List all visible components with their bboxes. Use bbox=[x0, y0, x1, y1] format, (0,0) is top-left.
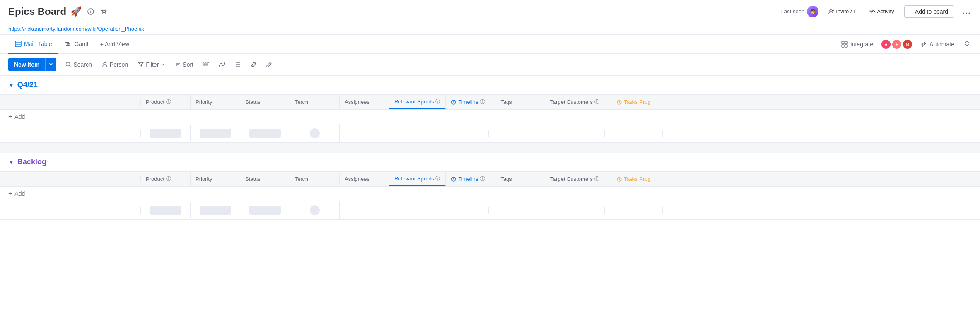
backlog-skeleton-target-customers-cell bbox=[538, 207, 605, 214]
tab-gantt[interactable]: Gantt bbox=[58, 35, 95, 54]
q4-21-rows: + Add bbox=[0, 110, 980, 143]
skeleton-status-cell bbox=[240, 125, 290, 141]
add-to-board-label: + Add to board bbox=[910, 8, 948, 15]
group-q4-21-header: ▼ Q4/21 bbox=[0, 76, 980, 94]
col-tags-header: Tags bbox=[495, 96, 545, 108]
backlog-rows: + Add bbox=[0, 187, 980, 220]
col-tasks-prog-label: Tasks Prog bbox=[624, 99, 650, 105]
last-seen-section: Last seen 👩 bbox=[781, 6, 818, 17]
new-item-btn-group: New Item bbox=[8, 58, 56, 71]
svg-point-6 bbox=[969, 13, 970, 14]
skeleton-assignees-cell bbox=[340, 130, 389, 137]
edit-button[interactable] bbox=[262, 59, 276, 70]
integrate-button[interactable]: Integrate bbox=[838, 39, 876, 49]
svg-point-2 bbox=[90, 10, 91, 10]
link-button[interactable] bbox=[215, 59, 229, 70]
backlog-timeline-icon bbox=[451, 176, 456, 182]
filter-label: Filter bbox=[146, 61, 159, 68]
star-button[interactable] bbox=[99, 7, 109, 17]
header-right: Last seen 👩 Invite / 1 Activity + Add to… bbox=[781, 5, 972, 18]
sort-label: Sort bbox=[183, 61, 193, 68]
plugin-icon-3: M bbox=[903, 40, 912, 49]
backlog-skeleton-name-cell bbox=[0, 207, 141, 214]
backlog-col-tags-label: Tags bbox=[500, 176, 512, 182]
group-backlog-arrow[interactable]: ▼ bbox=[8, 159, 14, 166]
info-button[interactable] bbox=[86, 7, 96, 17]
col-product-label: Product bbox=[146, 99, 164, 105]
skeleton-relevant-sprints-cell bbox=[389, 130, 439, 137]
backlog-col-status-label: Status bbox=[245, 176, 261, 182]
skeleton-team-cell bbox=[290, 124, 340, 142]
backlog-skeleton-block bbox=[150, 206, 181, 215]
backlog-col-name-header bbox=[0, 176, 141, 182]
group-q4-21-arrow[interactable]: ▼ bbox=[8, 82, 14, 89]
skeleton-product-cell bbox=[141, 125, 191, 141]
more-options-button[interactable] bbox=[961, 5, 972, 18]
col-priority-label: Priority bbox=[196, 99, 212, 105]
search-button[interactable]: Search bbox=[61, 59, 96, 70]
svg-rect-17 bbox=[845, 45, 847, 47]
add-view-button[interactable]: + Add View bbox=[95, 35, 134, 54]
automate-button[interactable]: Automate bbox=[917, 39, 958, 49]
backlog-col-timeline-label: Timeline bbox=[458, 176, 478, 182]
sort-button[interactable]: Sort bbox=[171, 59, 198, 70]
backlog-skeleton-tags-cell bbox=[489, 207, 538, 214]
backlog-relevant-sprints-info-icon[interactable]: ⓘ bbox=[435, 175, 440, 182]
last-seen-label: Last seen bbox=[781, 8, 804, 14]
svg-rect-7 bbox=[15, 41, 21, 47]
backlog-add-row[interactable]: + Add bbox=[0, 187, 980, 201]
backlog-col-relevant-sprints-header: Relevant Sprints ⓘ bbox=[389, 172, 446, 186]
backlog-skeleton-row bbox=[0, 201, 980, 220]
invite-button[interactable]: Invite / 1 bbox=[825, 7, 859, 16]
tab-main-table-label: Main Table bbox=[24, 41, 52, 47]
view-tabs: Main Table Gantt + Add View Integrate ● … bbox=[0, 35, 980, 54]
backlog-skeleton-block bbox=[200, 206, 231, 215]
backlog-tasks-prog-icon bbox=[616, 176, 622, 182]
automate-label: Automate bbox=[929, 41, 954, 48]
target-customers-info-icon[interactable]: ⓘ bbox=[594, 98, 599, 106]
backlog-product-info-icon[interactable]: ⓘ bbox=[166, 175, 171, 182]
backlog-col-timeline-header: Timeline ⓘ bbox=[446, 172, 495, 186]
row-height-button[interactable] bbox=[231, 59, 245, 70]
col-assignees-header: Assignees bbox=[340, 96, 389, 108]
backlog-skeleton-block bbox=[249, 206, 281, 215]
col-priority-header: Priority bbox=[191, 96, 240, 108]
activity-button[interactable]: Activity bbox=[866, 7, 897, 16]
paint-button[interactable] bbox=[246, 59, 261, 70]
col-product-header: Product ⓘ bbox=[141, 95, 191, 109]
backlog-skeleton-product-cell bbox=[141, 202, 191, 218]
skeleton-block bbox=[150, 129, 181, 138]
col-target-customers-label: Target Customers bbox=[550, 99, 593, 105]
add-icon: + bbox=[8, 113, 12, 120]
group-q4-21-title: Q4/21 bbox=[17, 81, 38, 89]
q4-21-add-row[interactable]: + Add bbox=[0, 110, 980, 124]
new-item-dropdown-button[interactable] bbox=[45, 58, 56, 71]
backlog-skeleton-assignees-cell bbox=[340, 207, 389, 214]
add-to-board-button[interactable]: + Add to board bbox=[904, 5, 954, 18]
skeleton-timeline-cell bbox=[439, 130, 489, 137]
backlog-target-customers-info-icon[interactable]: ⓘ bbox=[594, 175, 599, 182]
backlog-timeline-info-icon[interactable]: ⓘ bbox=[480, 175, 485, 182]
select-button[interactable] bbox=[199, 59, 213, 70]
filter-button[interactable]: Filter bbox=[134, 59, 169, 70]
col-tags-label: Tags bbox=[500, 99, 512, 105]
person-button[interactable]: Person bbox=[98, 59, 132, 70]
timeline-icon bbox=[451, 99, 456, 105]
collapse-button[interactable] bbox=[963, 39, 972, 49]
skeleton-target-customers-cell bbox=[538, 130, 605, 137]
backlog-add-icon: + bbox=[8, 190, 12, 197]
tab-main-table[interactable]: Main Table bbox=[8, 35, 58, 54]
tasks-prog-icon bbox=[616, 99, 622, 105]
timeline-info-icon[interactable]: ⓘ bbox=[480, 98, 485, 106]
url-link[interactable]: https://rickandmorty.fandom.com/wiki/Ope… bbox=[8, 26, 144, 32]
col-assignees-label: Assignees bbox=[345, 99, 369, 105]
backlog-skeleton-status-cell bbox=[240, 202, 290, 218]
product-info-icon[interactable]: ⓘ bbox=[166, 98, 171, 106]
backlog-col-tags-header: Tags bbox=[495, 173, 545, 185]
relevant-sprints-info-icon[interactable]: ⓘ bbox=[435, 98, 440, 105]
new-item-button[interactable]: New Item bbox=[8, 58, 45, 71]
svg-point-4 bbox=[963, 13, 964, 14]
title-icons bbox=[86, 7, 109, 17]
backlog-skeleton-relevant-sprints-cell bbox=[389, 207, 439, 214]
skeleton-tasks-prog-cell bbox=[605, 130, 663, 137]
